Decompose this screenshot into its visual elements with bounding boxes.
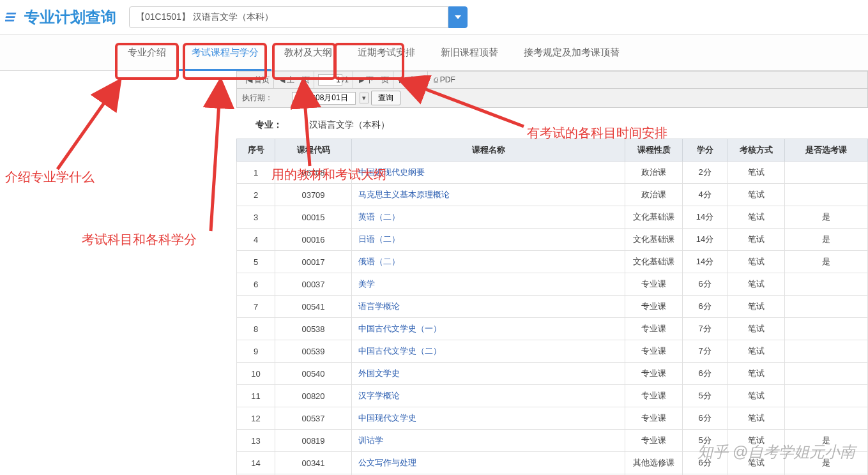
course-link[interactable]: 马克思主义基本原理概论 (358, 190, 450, 199)
course-link[interactable]: 中国近现代史纲要 (358, 167, 425, 177)
course-link[interactable]: 日语（二） (358, 234, 400, 244)
tab-materials[interactable]: 教材及大纲 (271, 35, 345, 70)
cell-method: 笔试 (727, 251, 785, 273)
cell-method: 笔试 (727, 296, 785, 318)
cell-method: 笔试 (727, 452, 785, 474)
table-header-row: 序号 课程代码 课程名称 课程性质 学分 考核方式 是否选考课 (237, 139, 868, 162)
cell-credit: 4分 (683, 184, 727, 206)
tab-courses-credits[interactable]: 考试课程与学分 (179, 35, 271, 70)
first-page-icon: |◀ (245, 76, 252, 84)
cell-type: 文化基础课 (625, 206, 683, 229)
major-dropdown-button[interactable] (448, 6, 468, 28)
cell-type: 专业课 (625, 296, 683, 318)
cell-seq: 7 (237, 296, 275, 318)
cell-type: 专业课 (625, 430, 683, 452)
date-dropdown-icon[interactable]: ▾ (360, 93, 369, 103)
period-bar: 执行期： ▾ 查询 (236, 89, 868, 108)
table-row: 600037美学专业课6分笔试 (237, 273, 868, 296)
cell-type: 专业课 (625, 340, 683, 363)
arrow-2 (192, 78, 243, 234)
toolbar-last-page[interactable]: ▶|末页 (393, 72, 428, 88)
tab-course-replace[interactable]: 新旧课程顶替 (428, 35, 511, 70)
cell-code: 00341 (275, 452, 352, 474)
toolbar-prev-page[interactable]: ◀上一页 (274, 72, 314, 88)
tab-intro[interactable]: 专业介绍 (115, 35, 179, 70)
table-row: 1100820汉字学概论专业课5分笔试 (237, 385, 868, 407)
cell-credit: 7分 (683, 318, 727, 340)
cell-elect (785, 184, 868, 206)
last-page-icon: ▶| (399, 76, 406, 84)
cell-course-name: 公文写作与处理 (352, 452, 625, 474)
cell-elect (785, 318, 868, 340)
cell-elect (785, 162, 868, 184)
cell-elect: 是 (785, 430, 868, 452)
tab-exam-schedule[interactable]: 近期考试安排 (345, 35, 428, 70)
cell-elect: 是 (785, 229, 868, 251)
cell-method: 笔试 (727, 184, 785, 206)
cell-seq: 1 (237, 162, 275, 184)
cell-type: 政治课 (625, 184, 683, 206)
major-label: 专业： (255, 119, 282, 131)
svg-line-0 (57, 83, 118, 169)
course-link[interactable]: 俄语（二） (358, 257, 400, 266)
cell-credit: 5分 (683, 430, 727, 452)
course-link[interactable]: 中国现代文学史 (358, 413, 416, 423)
cell-course-name: 中国现代文学史 (352, 407, 625, 430)
cell-code: 00541 (275, 296, 352, 318)
cell-method: 笔试 (727, 206, 785, 229)
toolbar-pdf[interactable]: ⎙PDF (428, 72, 459, 88)
course-link[interactable]: 美学 (358, 279, 375, 289)
cell-seq: 2 (237, 184, 275, 206)
table-row: 300015英语（二）文化基础课14分笔试是 (237, 206, 868, 229)
cell-credit: 14分 (683, 229, 727, 251)
content-area: 专业： 汉语言文学（本科） 序号 课程代码 课程名称 课程性质 学分 考核方式 … (236, 108, 868, 475)
cell-credit: 6分 (683, 363, 727, 385)
page-title: 专业计划查询 (24, 7, 116, 27)
toolbar-next-page[interactable]: ▶下一页 (353, 72, 393, 88)
cell-code: 00820 (275, 385, 352, 407)
toolbar-first-page[interactable]: |◀首页 (240, 72, 274, 88)
course-link[interactable]: 外国文学史 (358, 368, 400, 378)
cell-code: 00017 (275, 251, 352, 273)
course-link[interactable]: 训诂学 (358, 435, 383, 445)
course-link[interactable]: 公文写作与处理 (358, 458, 416, 467)
course-link[interactable]: 中国古代文学史（一） (358, 324, 441, 333)
major-row: 专业： 汉语言文学（本科） (236, 119, 868, 139)
cell-method: 笔试 (727, 162, 785, 184)
arrow-1 (45, 77, 134, 172)
prev-page-icon: ◀ (280, 76, 285, 84)
table-row: 1400341公文写作与处理其他选修课6分笔试是 (237, 452, 868, 474)
query-button[interactable]: 查询 (371, 91, 400, 105)
tab-additional-rules[interactable]: 接考规定及加考课顶替 (511, 35, 632, 70)
cell-code: 03708 (275, 162, 352, 184)
cell-course-name: 中国古代文学史（一） (352, 318, 625, 340)
table-row: 500017俄语（二）文化基础课14分笔试是 (237, 251, 868, 273)
cell-elect: 是 (785, 206, 868, 229)
annotation-intro: 介绍专业学什么 (5, 169, 95, 186)
next-page-icon: ▶ (359, 76, 364, 84)
cell-credit: 14分 (683, 206, 727, 229)
cell-elect (785, 296, 868, 318)
table-row: 1000540外国文学史专业课6分笔试 (237, 363, 868, 385)
course-link[interactable]: 中国古代文学史（二） (358, 346, 441, 356)
course-link[interactable]: 汉字学概论 (358, 391, 400, 400)
th-elect: 是否选考课 (785, 139, 868, 162)
cell-type: 政治课 (625, 162, 683, 184)
cell-type: 专业课 (625, 385, 683, 407)
course-link[interactable]: 英语（二） (358, 212, 400, 222)
cell-seq: 12 (237, 407, 275, 430)
cell-seq: 8 (237, 318, 275, 340)
major-input[interactable] (129, 6, 448, 28)
svg-line-1 (211, 83, 220, 231)
th-credit: 学分 (683, 139, 727, 162)
cell-type: 其他选修课 (625, 452, 683, 474)
table-row: 900539中国古代文学史（二）专业课7分笔试 (237, 340, 868, 363)
page-input[interactable] (318, 74, 342, 86)
cell-seq: 9 (237, 340, 275, 363)
cell-type: 专业课 (625, 318, 683, 340)
cell-method: 笔试 (727, 340, 785, 363)
period-date-input[interactable] (292, 92, 356, 105)
cell-course-name: 训诂学 (352, 430, 625, 452)
cell-method: 笔试 (727, 407, 785, 430)
course-link[interactable]: 语言学概论 (358, 301, 400, 311)
